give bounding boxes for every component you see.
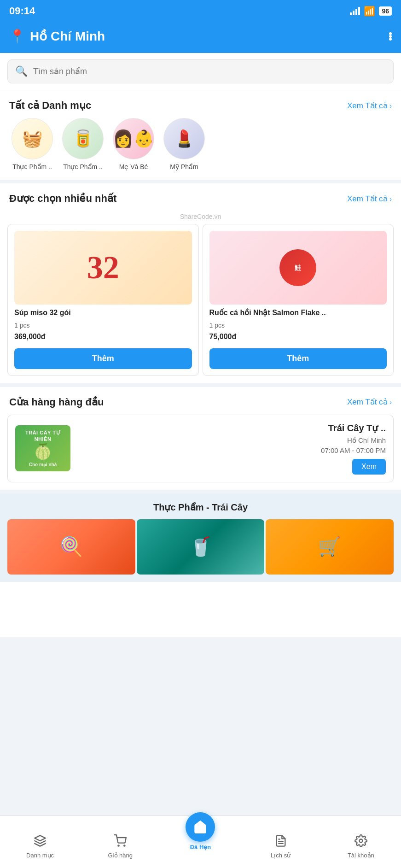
nav-label-history: Lịch sử [271, 852, 291, 859]
bottom-navigation: Danh mục Giỏ hàng Đã Hẹn [0, 815, 401, 868]
product-qty-salmon: 1 pcs [209, 322, 387, 329]
svg-point-5 [359, 839, 362, 843]
food-images-row: 🍭 🥤 🛒 [0, 519, 401, 582]
see-all-arrow-icon: › [389, 102, 392, 110]
product-image-salmon: 鮭 [209, 231, 387, 305]
products-grid: 32 Súp miso 32 gói 1 pcs 369,000đ Thêm 鮭… [0, 224, 401, 383]
store-logo-line2: Cho mọi nhà [29, 462, 57, 468]
main-content: Tất cả Danh mục Xem Tất cả › 🧺 Thực Phẩm… [0, 90, 401, 637]
product-price-miso: 369,000đ [14, 333, 192, 341]
store-city-traicay: Hồ Chí Minh [78, 436, 386, 445]
divider-2 [0, 383, 401, 387]
status-bar: 09:14 📶 96 [0, 0, 401, 22]
most-chosen-see-all[interactable]: Xem Tất cả › [347, 194, 392, 204]
category-icon-food2: 🥫 [62, 118, 104, 159]
search-input[interactable] [33, 67, 386, 76]
cart-icon [114, 834, 127, 850]
categories-title: Tất cả Danh mục [9, 100, 91, 111]
product-qty-miso: 1 pcs [14, 322, 192, 329]
svg-point-1 [118, 845, 119, 846]
most-chosen-title: Được chọn nhiều nhất [9, 193, 116, 205]
category-icon-mom: 👩‍👶 [113, 118, 154, 159]
category-label-cosmetics: Mỹ Phẩm [170, 163, 198, 170]
nav-label-home: Đã Hẹn [190, 844, 211, 850]
more-menu-button[interactable] [389, 32, 392, 41]
wifi-icon: 📶 [364, 6, 375, 17]
bottom-spacer [0, 582, 401, 637]
gear-icon [355, 834, 367, 850]
layers-icon [34, 834, 46, 850]
store-card-traicay[interactable]: TRÁI CÂY TỰ NHIÊN 🍈 Cho mọi nhà Trái Cây… [7, 415, 394, 482]
salmon-can-visual: 鮭 [279, 249, 316, 286]
product-price-salmon: 75,000đ [209, 333, 387, 341]
category-icon-cosmetics: 💄 [163, 118, 205, 159]
top-stores-title: Cửa hàng hàng đầu [9, 396, 104, 408]
status-time: 09:14 [9, 5, 35, 17]
category-item-food1[interactable]: 🧺 Thực Phẩm .. [9, 118, 55, 170]
salmon-kanji: 鮭 [295, 264, 301, 272]
top-stores-see-all[interactable]: Xem Tất cả › [347, 397, 392, 407]
top-stores-section-header: Cửa hàng hàng đầu Xem Tất cả › [0, 387, 401, 415]
categories-section-header: Tất cả Danh mục Xem Tất cả › [0, 90, 401, 118]
location-display: 📍 Hồ Chí Minh [9, 29, 105, 44]
store-logo-text: TRÁI CÂY TỰ NHIÊN 🍈 Cho mọi nhà [15, 426, 70, 471]
nav-item-home[interactable]: Đã Hẹn [184, 812, 216, 850]
product-card-salmon[interactable]: 鮭 Ruốc cá hồi Nhật Salmon Flake .. 1 pcs… [203, 224, 394, 376]
city-name: Hồ Chí Minh [30, 29, 105, 44]
signal-icon [350, 7, 360, 15]
food-thumb-2[interactable]: 🥤 [137, 519, 265, 575]
category-label-food1: Thực Phẩm .. [12, 163, 52, 170]
nav-item-cart[interactable]: Giỏ hàng [104, 834, 136, 859]
nav-label-categories: Danh mục [26, 852, 54, 859]
store-hours-traicay: 07:00 AM - 07:00 PM [78, 446, 386, 454]
store-logo-line1: TRÁI CÂY TỰ NHIÊN [19, 429, 67, 443]
food-section-title: Thực Phẩm - Trái Cây [0, 493, 401, 519]
category-label-food2: Thực Phẩm .. [63, 163, 103, 170]
most-chosen-arrow-icon: › [389, 195, 392, 203]
most-chosen-section-header: Được chọn nhiều nhất Xem Tất cả › [0, 183, 401, 211]
category-item-cosmetics[interactable]: 💄 Mỹ Phẩm [161, 118, 207, 170]
food-thumb-1[interactable]: 🍭 [7, 519, 135, 575]
food-thumb-3[interactable]: 🛒 [266, 519, 394, 575]
home-button-circle[interactable] [186, 812, 215, 842]
svg-marker-0 [35, 835, 45, 841]
nav-item-categories[interactable]: Danh mục [24, 834, 56, 859]
watermark: ShareCode.vn [0, 211, 401, 224]
location-pin-icon: 📍 [9, 29, 25, 44]
store-info-traicay: Trái Cây Tự .. Hồ Chí Minh 07:00 AM - 07… [78, 422, 386, 475]
category-item-food2[interactable]: 🥫 Thực Phẩm .. [60, 118, 106, 170]
nav-item-history[interactable]: Lịch sử [265, 834, 297, 859]
product-name-miso: Súp miso 32 gói [14, 308, 192, 318]
food-thumb-2-icon: 🥤 [137, 519, 265, 575]
miso-number-label: 32 [87, 249, 119, 286]
search-icon: 🔍 [15, 65, 28, 77]
add-to-cart-salmon[interactable]: Thêm [209, 348, 387, 369]
divider-3 [0, 490, 401, 493]
nav-item-account[interactable]: Tài khoản [345, 834, 377, 859]
svg-point-2 [124, 845, 125, 846]
app-header: 📍 Hồ Chí Minh [0, 22, 401, 53]
newspaper-icon [274, 834, 287, 850]
store-logo-traicay: TRÁI CÂY TỰ NHIÊN 🍈 Cho mọi nhà [15, 425, 70, 471]
category-item-mom[interactable]: 👩‍👶 Mẹ Và Bé [110, 118, 157, 170]
search-box[interactable]: 🔍 [7, 59, 394, 83]
product-card-miso[interactable]: 32 Súp miso 32 gói 1 pcs 369,000đ Thêm [7, 224, 199, 376]
product-name-salmon: Ruốc cá hồi Nhật Salmon Flake .. [209, 308, 387, 318]
categories-see-all[interactable]: Xem Tất cả › [347, 101, 392, 111]
status-icons: 📶 96 [350, 6, 392, 17]
food-thumb-3-icon: 🛒 [266, 519, 394, 575]
store-view-button-traicay[interactable]: Xem [352, 459, 386, 475]
category-icon-food1: 🧺 [12, 118, 53, 159]
search-section: 🔍 [0, 53, 401, 90]
nav-label-cart: Giỏ hàng [108, 852, 133, 859]
categories-row: 🧺 Thực Phẩm .. 🥫 Thực Phẩm .. 👩‍👶 Mẹ Và … [0, 118, 401, 180]
divider-1 [0, 180, 401, 183]
top-stores-arrow-icon: › [389, 399, 392, 406]
product-image-miso: 32 [14, 231, 192, 305]
nav-label-account: Tài khoản [348, 852, 374, 859]
store-name-traicay: Trái Cây Tự .. [78, 422, 386, 434]
add-to-cart-miso[interactable]: Thêm [14, 348, 192, 369]
category-label-mom: Mẹ Và Bé [119, 163, 148, 170]
food-section: Thực Phẩm - Trái Cây 🍭 🥤 🛒 [0, 493, 401, 582]
food-thumb-1-icon: 🍭 [7, 519, 135, 575]
